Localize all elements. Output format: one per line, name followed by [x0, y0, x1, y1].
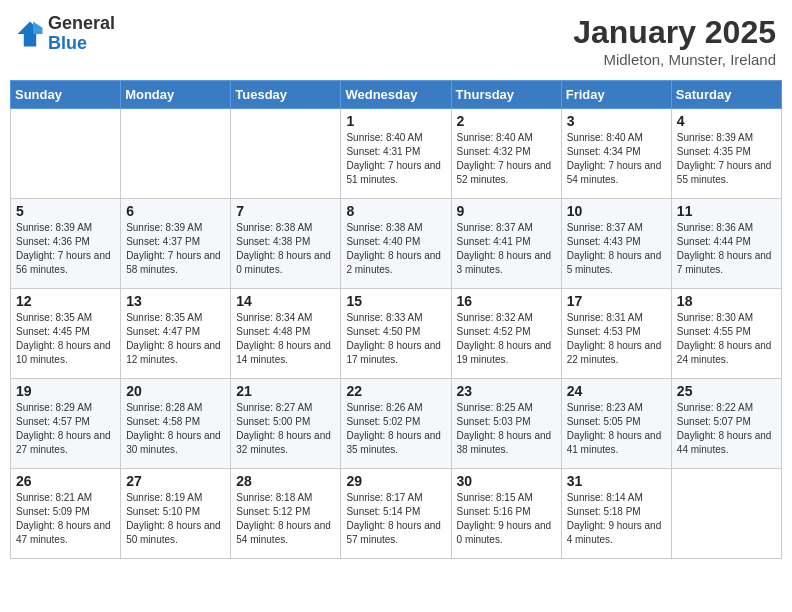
- day-number: 2: [457, 113, 556, 129]
- day-info: Sunrise: 8:22 AM Sunset: 5:07 PM Dayligh…: [677, 401, 776, 457]
- day-number: 23: [457, 383, 556, 399]
- day-info: Sunrise: 8:28 AM Sunset: 4:58 PM Dayligh…: [126, 401, 225, 457]
- day-cell: [671, 469, 781, 559]
- day-info: Sunrise: 8:26 AM Sunset: 5:02 PM Dayligh…: [346, 401, 445, 457]
- day-info: Sunrise: 8:31 AM Sunset: 4:53 PM Dayligh…: [567, 311, 666, 367]
- day-cell: 14Sunrise: 8:34 AM Sunset: 4:48 PM Dayli…: [231, 289, 341, 379]
- day-header-friday: Friday: [561, 81, 671, 109]
- day-info: Sunrise: 8:25 AM Sunset: 5:03 PM Dayligh…: [457, 401, 556, 457]
- day-number: 21: [236, 383, 335, 399]
- day-info: Sunrise: 8:39 AM Sunset: 4:37 PM Dayligh…: [126, 221, 225, 277]
- day-info: Sunrise: 8:34 AM Sunset: 4:48 PM Dayligh…: [236, 311, 335, 367]
- day-cell: 4Sunrise: 8:39 AM Sunset: 4:35 PM Daylig…: [671, 109, 781, 199]
- day-header-thursday: Thursday: [451, 81, 561, 109]
- day-cell: [121, 109, 231, 199]
- day-cell: 5Sunrise: 8:39 AM Sunset: 4:36 PM Daylig…: [11, 199, 121, 289]
- day-header-saturday: Saturday: [671, 81, 781, 109]
- day-number: 28: [236, 473, 335, 489]
- day-info: Sunrise: 8:39 AM Sunset: 4:36 PM Dayligh…: [16, 221, 115, 277]
- svg-marker-1: [33, 21, 42, 33]
- page-header: General Blue January 2025 Midleton, Muns…: [10, 10, 782, 72]
- day-number: 30: [457, 473, 556, 489]
- day-cell: 21Sunrise: 8:27 AM Sunset: 5:00 PM Dayli…: [231, 379, 341, 469]
- day-cell: 24Sunrise: 8:23 AM Sunset: 5:05 PM Dayli…: [561, 379, 671, 469]
- day-cell: 6Sunrise: 8:39 AM Sunset: 4:37 PM Daylig…: [121, 199, 231, 289]
- day-cell: 3Sunrise: 8:40 AM Sunset: 4:34 PM Daylig…: [561, 109, 671, 199]
- week-row-1: 1Sunrise: 8:40 AM Sunset: 4:31 PM Daylig…: [11, 109, 782, 199]
- calendar-body: 1Sunrise: 8:40 AM Sunset: 4:31 PM Daylig…: [11, 109, 782, 559]
- day-cell: 30Sunrise: 8:15 AM Sunset: 5:16 PM Dayli…: [451, 469, 561, 559]
- day-number: 20: [126, 383, 225, 399]
- day-number: 26: [16, 473, 115, 489]
- calendar-header-row: SundayMondayTuesdayWednesdayThursdayFrid…: [11, 81, 782, 109]
- location: Midleton, Munster, Ireland: [573, 51, 776, 68]
- day-number: 31: [567, 473, 666, 489]
- day-number: 1: [346, 113, 445, 129]
- day-number: 17: [567, 293, 666, 309]
- day-number: 11: [677, 203, 776, 219]
- day-info: Sunrise: 8:37 AM Sunset: 4:41 PM Dayligh…: [457, 221, 556, 277]
- day-info: Sunrise: 8:35 AM Sunset: 4:47 PM Dayligh…: [126, 311, 225, 367]
- week-row-2: 5Sunrise: 8:39 AM Sunset: 4:36 PM Daylig…: [11, 199, 782, 289]
- day-number: 15: [346, 293, 445, 309]
- title-block: January 2025 Midleton, Munster, Ireland: [573, 14, 776, 68]
- day-number: 6: [126, 203, 225, 219]
- day-cell: 13Sunrise: 8:35 AM Sunset: 4:47 PM Dayli…: [121, 289, 231, 379]
- day-number: 19: [16, 383, 115, 399]
- day-cell: 7Sunrise: 8:38 AM Sunset: 4:38 PM Daylig…: [231, 199, 341, 289]
- logo-blue: Blue: [48, 33, 87, 53]
- day-cell: 27Sunrise: 8:19 AM Sunset: 5:10 PM Dayli…: [121, 469, 231, 559]
- day-info: Sunrise: 8:17 AM Sunset: 5:14 PM Dayligh…: [346, 491, 445, 547]
- day-header-tuesday: Tuesday: [231, 81, 341, 109]
- day-cell: 22Sunrise: 8:26 AM Sunset: 5:02 PM Dayli…: [341, 379, 451, 469]
- day-cell: 9Sunrise: 8:37 AM Sunset: 4:41 PM Daylig…: [451, 199, 561, 289]
- day-cell: 1Sunrise: 8:40 AM Sunset: 4:31 PM Daylig…: [341, 109, 451, 199]
- day-cell: 15Sunrise: 8:33 AM Sunset: 4:50 PM Dayli…: [341, 289, 451, 379]
- day-info: Sunrise: 8:40 AM Sunset: 4:34 PM Dayligh…: [567, 131, 666, 187]
- day-cell: 23Sunrise: 8:25 AM Sunset: 5:03 PM Dayli…: [451, 379, 561, 469]
- day-number: 24: [567, 383, 666, 399]
- day-cell: 28Sunrise: 8:18 AM Sunset: 5:12 PM Dayli…: [231, 469, 341, 559]
- day-info: Sunrise: 8:23 AM Sunset: 5:05 PM Dayligh…: [567, 401, 666, 457]
- day-number: 12: [16, 293, 115, 309]
- day-cell: 11Sunrise: 8:36 AM Sunset: 4:44 PM Dayli…: [671, 199, 781, 289]
- day-cell: [11, 109, 121, 199]
- week-row-4: 19Sunrise: 8:29 AM Sunset: 4:57 PM Dayli…: [11, 379, 782, 469]
- day-number: 22: [346, 383, 445, 399]
- day-cell: 10Sunrise: 8:37 AM Sunset: 4:43 PM Dayli…: [561, 199, 671, 289]
- day-number: 5: [16, 203, 115, 219]
- day-number: 4: [677, 113, 776, 129]
- day-cell: 12Sunrise: 8:35 AM Sunset: 4:45 PM Dayli…: [11, 289, 121, 379]
- day-cell: [231, 109, 341, 199]
- logo: General Blue: [16, 14, 115, 54]
- logo-general: General: [48, 13, 115, 33]
- day-cell: 29Sunrise: 8:17 AM Sunset: 5:14 PM Dayli…: [341, 469, 451, 559]
- day-number: 7: [236, 203, 335, 219]
- day-number: 14: [236, 293, 335, 309]
- day-number: 16: [457, 293, 556, 309]
- week-row-3: 12Sunrise: 8:35 AM Sunset: 4:45 PM Dayli…: [11, 289, 782, 379]
- day-cell: 31Sunrise: 8:14 AM Sunset: 5:18 PM Dayli…: [561, 469, 671, 559]
- logo-text: General Blue: [48, 14, 115, 54]
- day-cell: 16Sunrise: 8:32 AM Sunset: 4:52 PM Dayli…: [451, 289, 561, 379]
- day-info: Sunrise: 8:21 AM Sunset: 5:09 PM Dayligh…: [16, 491, 115, 547]
- day-number: 18: [677, 293, 776, 309]
- day-number: 25: [677, 383, 776, 399]
- day-cell: 18Sunrise: 8:30 AM Sunset: 4:55 PM Dayli…: [671, 289, 781, 379]
- day-number: 8: [346, 203, 445, 219]
- day-number: 29: [346, 473, 445, 489]
- day-info: Sunrise: 8:36 AM Sunset: 4:44 PM Dayligh…: [677, 221, 776, 277]
- day-info: Sunrise: 8:30 AM Sunset: 4:55 PM Dayligh…: [677, 311, 776, 367]
- day-info: Sunrise: 8:15 AM Sunset: 5:16 PM Dayligh…: [457, 491, 556, 547]
- day-info: Sunrise: 8:29 AM Sunset: 4:57 PM Dayligh…: [16, 401, 115, 457]
- calendar-table: SundayMondayTuesdayWednesdayThursdayFrid…: [10, 80, 782, 559]
- day-cell: 26Sunrise: 8:21 AM Sunset: 5:09 PM Dayli…: [11, 469, 121, 559]
- day-cell: 8Sunrise: 8:38 AM Sunset: 4:40 PM Daylig…: [341, 199, 451, 289]
- day-number: 9: [457, 203, 556, 219]
- day-info: Sunrise: 8:37 AM Sunset: 4:43 PM Dayligh…: [567, 221, 666, 277]
- day-info: Sunrise: 8:38 AM Sunset: 4:40 PM Dayligh…: [346, 221, 445, 277]
- day-info: Sunrise: 8:40 AM Sunset: 4:32 PM Dayligh…: [457, 131, 556, 187]
- day-header-wednesday: Wednesday: [341, 81, 451, 109]
- day-info: Sunrise: 8:38 AM Sunset: 4:38 PM Dayligh…: [236, 221, 335, 277]
- day-info: Sunrise: 8:19 AM Sunset: 5:10 PM Dayligh…: [126, 491, 225, 547]
